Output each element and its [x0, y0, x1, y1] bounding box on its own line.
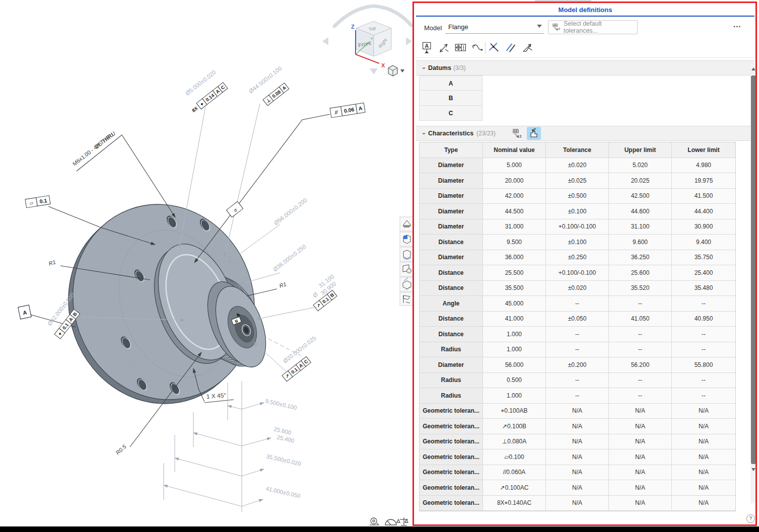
- cell-upper[interactable]: 56.200: [609, 357, 672, 373]
- cell-type[interactable]: Distance: [420, 281, 483, 296]
- cell-nominal[interactable]: 9.500: [483, 235, 546, 250]
- cell-nominal[interactable]: 31.000: [483, 219, 546, 235]
- cell-lower[interactable]: 25.400: [672, 265, 735, 281]
- pan-down-arrow[interactable]: [370, 68, 378, 74]
- model-viewport[interactable]: Top Front Right Z Y X: [0, 0, 417, 526]
- cell-nominal[interactable]: 1.000: [483, 388, 546, 404]
- cell-upper[interactable]: 9.600: [609, 235, 672, 250]
- section-view-button[interactable]: [400, 217, 413, 231]
- cell-type[interactable]: Angle: [420, 296, 483, 312]
- cell-type[interactable]: Diameter: [420, 189, 483, 204]
- rotate-right-arrow[interactable]: [375, 6, 411, 25]
- cell-upper[interactable]: --: [609, 327, 672, 342]
- cell-upper[interactable]: N/A: [609, 465, 672, 481]
- annotation-plane-button[interactable]: [400, 292, 413, 306]
- cell-nominal[interactable]: 1.000: [483, 342, 546, 358]
- cell-nominal[interactable]: 36.000: [483, 250, 546, 266]
- cell-type[interactable]: Distance: [420, 235, 483, 250]
- cell-upper[interactable]: --: [609, 388, 672, 404]
- cell-tolerance[interactable]: ±0.025: [546, 173, 609, 189]
- cell-type[interactable]: Distance: [420, 327, 483, 342]
- pan-left-arrow[interactable]: [322, 37, 328, 45]
- cell-nominal[interactable]: ⊥0.080A: [483, 434, 546, 450]
- intersection-tool-button[interactable]: [488, 41, 501, 54]
- cell-tolerance[interactable]: ±0.250: [546, 250, 609, 266]
- cell-tolerance[interactable]: --: [546, 296, 609, 312]
- cell-nominal[interactable]: 20.000: [483, 173, 546, 189]
- leader-tool-button[interactable]: [471, 41, 484, 54]
- cell-lower[interactable]: --: [672, 342, 735, 358]
- help-button[interactable]: ?: [746, 514, 755, 523]
- panel-scrollbar[interactable]: [750, 64, 756, 503]
- cell-nominal[interactable]: ↗0.100AC: [483, 480, 546, 496]
- cell-nominal[interactable]: 5.000: [483, 158, 546, 174]
- cell-upper[interactable]: 20.025: [609, 173, 672, 189]
- protractor-tool[interactable]: [385, 519, 396, 525]
- cell-upper[interactable]: 42.500: [609, 189, 672, 204]
- cell-lower[interactable]: N/A: [672, 404, 735, 419]
- extract-characteristics-button[interactable]: [527, 127, 541, 140]
- cell-tolerance[interactable]: ±0.100: [546, 235, 609, 250]
- cell-nominal[interactable]: 41.000: [483, 312, 546, 327]
- cell-tolerance[interactable]: ±0.500: [546, 189, 609, 204]
- cell-upper[interactable]: 41.050: [609, 312, 672, 327]
- cell-upper[interactable]: N/A: [609, 496, 672, 511]
- cell-nominal[interactable]: //0.060A: [483, 465, 546, 481]
- cell-tolerance[interactable]: ±0.200: [546, 357, 609, 373]
- cell-lower[interactable]: N/A: [672, 449, 735, 465]
- direction-tool-button[interactable]: [521, 41, 534, 54]
- collapse-chevron-icon[interactable]: ⌄: [421, 128, 427, 136]
- cell-type[interactable]: Diameter: [420, 219, 483, 235]
- cell-lower[interactable]: N/A: [672, 480, 735, 496]
- cell-tolerance[interactable]: N/A: [546, 404, 609, 419]
- cell-tolerance[interactable]: --: [546, 342, 609, 358]
- overflow-menu-button[interactable]: ...: [733, 20, 741, 29]
- model-select[interactable]: Flange: [445, 21, 544, 34]
- cell-nominal[interactable]: 42.000: [483, 189, 546, 204]
- cell-upper[interactable]: N/A: [609, 404, 672, 419]
- cell-lower[interactable]: 19.975: [672, 173, 735, 189]
- cell-upper[interactable]: N/A: [609, 434, 672, 450]
- cell-tolerance[interactable]: N/A: [546, 419, 609, 434]
- dim-dia36[interactable]: Ø36.000±0.250: [241, 243, 307, 284]
- cell-nominal[interactable]: 25.500: [483, 265, 546, 281]
- cell-upper[interactable]: 35.520: [609, 281, 672, 296]
- scale-tool[interactable]: [397, 517, 408, 525]
- cell-nominal[interactable]: ▱0.100: [483, 449, 546, 465]
- cell-type[interactable]: Geometric toleran...: [420, 480, 483, 496]
- cell-tolerance[interactable]: N/A: [546, 480, 609, 496]
- pan-right-arrow[interactable]: [406, 37, 412, 45]
- cell-type[interactable]: Geometric toleran...: [420, 449, 483, 465]
- cell-upper[interactable]: 25.600: [609, 265, 672, 281]
- cell-nominal[interactable]: 0.500: [483, 373, 546, 389]
- select-default-tolerances-button[interactable]: ± Select default tolerances...: [548, 20, 638, 34]
- cell-type[interactable]: Geometric toleran...: [420, 496, 483, 511]
- fcf-runout-31[interactable]: 31.100 30.900 Ø ↗ 0.1 B: [257, 273, 339, 319]
- cell-nominal[interactable]: ↗0.100B: [483, 419, 546, 434]
- datum-tool-button[interactable]: A: [421, 41, 434, 54]
- cell-tolerance[interactable]: ±0.050: [546, 312, 609, 327]
- cell-nominal[interactable]: 1.000: [483, 327, 546, 342]
- cell-type[interactable]: Diameter: [420, 173, 483, 189]
- cell-type[interactable]: Diameter: [420, 204, 483, 219]
- cell-nominal[interactable]: 56.000: [483, 357, 546, 373]
- cell-tolerance[interactable]: +0.100/-0.100: [546, 265, 609, 281]
- rotate-left-arrow[interactable]: [334, 6, 373, 26]
- cell-nominal[interactable]: 8X⌖0.140AC: [483, 496, 546, 511]
- scrollbar-thumb[interactable]: [751, 75, 756, 464]
- cell-lower[interactable]: N/A: [672, 496, 735, 511]
- cell-tolerance[interactable]: N/A: [546, 434, 609, 450]
- cell-lower[interactable]: --: [672, 296, 735, 312]
- cell-tolerance[interactable]: --: [546, 327, 609, 342]
- cell-type[interactable]: Diameter: [420, 357, 483, 373]
- cell-type[interactable]: Radius: [420, 388, 483, 404]
- dimension-tool-button[interactable]: [438, 41, 451, 54]
- scroll-down-icon[interactable]: [751, 468, 755, 471]
- collapse-chevron-icon[interactable]: ⌄: [421, 63, 427, 70]
- cell-nominal[interactable]: 35.500: [483, 281, 546, 296]
- cell-upper[interactable]: 31.100: [609, 219, 672, 235]
- cell-nominal[interactable]: 44.500: [483, 204, 546, 219]
- cell-nominal[interactable]: ⌖0.100AB: [483, 404, 546, 419]
- cell-type[interactable]: Distance: [420, 265, 483, 281]
- cell-nominal[interactable]: 45.000: [483, 296, 546, 312]
